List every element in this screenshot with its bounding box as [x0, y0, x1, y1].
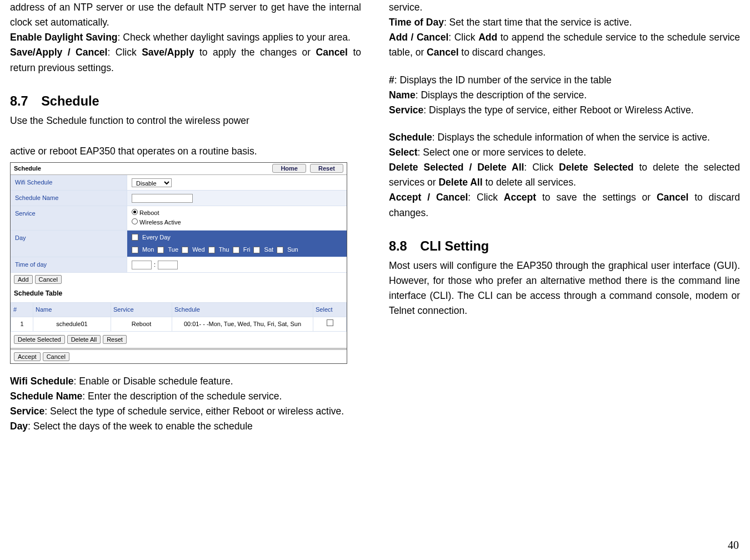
accept-button[interactable]: Accept — [14, 352, 41, 361]
home-button[interactable]: Home — [272, 164, 306, 173]
time-of-day-row: Time of day : — [11, 257, 347, 273]
eds-text: : Check whether daylight savings applies… — [118, 32, 351, 43]
ntp-paragraph: address of an NTP server or use the defa… — [10, 0, 361, 30]
delete-selected-button[interactable]: Delete Selected — [14, 335, 65, 344]
service-paragraph: Service: Select the type of schedule ser… — [10, 404, 361, 419]
thu-checkbox[interactable] — [208, 247, 215, 253]
section-8-8-heading: 8.8 CLI Setting — [389, 236, 740, 256]
service-label: Service — [11, 206, 127, 229]
delete-paragraph: Delete Selected / Delete All: Click Dele… — [389, 160, 740, 190]
sac-label: Save/Apply / Cancel — [10, 47, 107, 58]
day-paragraph: Day: Select the days of the week to enab… — [10, 419, 361, 434]
cancel-button-2[interactable]: Cancel — [43, 352, 69, 361]
schedule-table-title: Schedule Table — [11, 286, 347, 301]
name-paragraph: Name: Displays the description of the se… — [389, 88, 740, 103]
schedule-screenshot: Schedule Home Reset Wifi Schedule Disabl… — [10, 162, 347, 364]
wed-checkbox[interactable] — [182, 247, 188, 253]
add-cancel-paragraph: Add / Cancel: Click Add to append the sc… — [389, 30, 740, 60]
schedule-table: # Name Service Schedule Select 1 schedul… — [11, 302, 347, 332]
section-8-7-heading: 8.7 Schedule — [10, 91, 361, 111]
reset-table-button[interactable]: Reset — [103, 335, 127, 344]
time-of-day-label: Time of day — [11, 257, 127, 272]
screenshot-titlebar: Schedule Home Reset — [11, 163, 347, 175]
hour-input[interactable] — [132, 261, 152, 269]
hash-paragraph: #: Displays the ID number of the service… — [389, 73, 740, 88]
wifi-schedule-label: Wifi Schedule — [11, 175, 127, 190]
wifi-schedule-row: Wifi Schedule Disable — [11, 175, 347, 191]
save-apply-cancel-paragraph: Save/Apply / Cancel: Click Save/Apply to… — [10, 45, 361, 75]
cancel-button[interactable]: Cancel — [35, 275, 62, 284]
every-day-checkbox[interactable] — [132, 234, 138, 241]
delete-button-row: Delete Selected Delete All Reset — [11, 333, 347, 346]
service-row: Service Reboot Wireless Active — [11, 206, 347, 230]
schedule-name-label: Schedule Name — [11, 191, 127, 206]
add-button[interactable]: Add — [14, 275, 33, 284]
accept-cancel-paragraph: Accept / Cancel: Click Accept to save th… — [389, 190, 740, 220]
schedule-name-row: Schedule Name — [11, 191, 347, 206]
add-cancel-button-row: Add Cancel — [11, 273, 347, 286]
schedule-name-input[interactable] — [132, 194, 193, 203]
tue-checkbox[interactable] — [157, 247, 164, 253]
mon-checkbox[interactable] — [132, 247, 138, 253]
minute-input[interactable] — [158, 261, 178, 269]
day-label: Day — [11, 231, 127, 257]
sun-checkbox[interactable] — [277, 247, 283, 253]
left-column: address of an NTP server or use the defa… — [10, 0, 361, 539]
schedule-title: Schedule — [14, 164, 41, 173]
fri-checkbox[interactable] — [233, 247, 239, 253]
enable-daylight-saving-paragraph: Enable Daylight Saving: Check whether da… — [10, 30, 361, 45]
wireless-active-radio[interactable] — [132, 218, 138, 224]
sat-checkbox[interactable] — [253, 247, 260, 253]
schedule-paragraph: Schedule: Displays the schedule informat… — [389, 130, 740, 145]
section-8-7-subtext-1: Use the Schedule function to control the… — [10, 113, 361, 128]
reset-button[interactable]: Reset — [310, 164, 343, 173]
wifi-schedule-select[interactable]: Disable — [132, 178, 172, 187]
schedule-name-paragraph: Schedule Name: Enter the description of … — [10, 389, 361, 404]
wifi-schedule-paragraph: Wifi Schedule: Enable or Disable schedul… — [10, 374, 361, 389]
time-of-day-paragraph: Time of Day: Set the start time that the… — [389, 15, 740, 30]
accept-cancel-button-row: Accept Cancel — [11, 350, 347, 363]
service-continued: service. — [389, 0, 740, 15]
section-8-7-subtext-2: active or reboot EAP350 that operates on… — [10, 144, 361, 159]
gap — [10, 128, 361, 144]
row-select-checkbox[interactable] — [327, 319, 333, 326]
select-paragraph: Select: Select one or more services to d… — [389, 145, 740, 160]
day-row: Day Every Day Mon Tue Wed Thu Fri Sat Su… — [11, 231, 347, 258]
table-row: 1 schedule01 Reboot 00:01- - -Mon, Tue, … — [11, 317, 347, 331]
right-column: service. Time of Day: Set the start time… — [389, 0, 740, 539]
cli-paragraph: Most users will configure the EAP350 thr… — [389, 258, 740, 319]
eds-label: Enable Daylight Saving — [10, 32, 118, 43]
reboot-radio[interactable] — [132, 209, 138, 215]
table-header-row: # Name Service Schedule Select — [11, 302, 347, 317]
service-paragraph-2: Service: Displays the type of service, e… — [389, 103, 740, 118]
page-number: 40 — [0, 539, 750, 556]
delete-all-button[interactable]: Delete All — [67, 335, 101, 344]
